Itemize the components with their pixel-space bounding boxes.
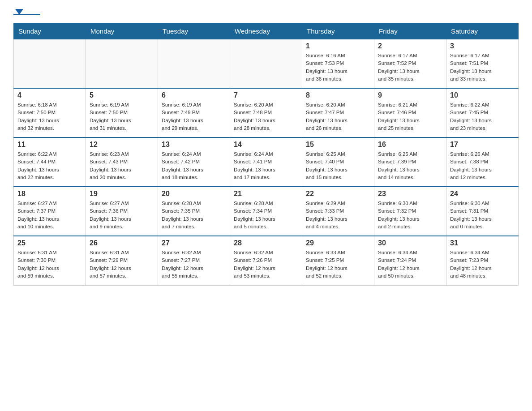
day-number: 13 [162, 141, 226, 149]
day-info: Sunrise: 6:25 AM Sunset: 7:39 PM Dayligh… [378, 150, 442, 181]
day-number: 11 [17, 141, 82, 149]
day-number: 28 [234, 239, 298, 247]
day-info: Sunrise: 6:19 AM Sunset: 7:49 PM Dayligh… [162, 101, 226, 132]
calendar-cell: 19Sunrise: 6:27 AM Sunset: 7:36 PM Dayli… [86, 187, 158, 236]
calendar-cell [14, 39, 86, 88]
day-number: 2 [378, 42, 442, 50]
day-info: Sunrise: 6:32 AM Sunset: 7:27 PM Dayligh… [162, 249, 226, 280]
day-number: 17 [450, 141, 515, 149]
day-number: 30 [378, 239, 442, 247]
day-number: 23 [378, 190, 442, 198]
day-number: 26 [90, 239, 154, 247]
day-info: Sunrise: 6:31 AM Sunset: 7:29 PM Dayligh… [90, 249, 154, 280]
calendar-cell: 10Sunrise: 6:22 AM Sunset: 7:45 PM Dayli… [446, 88, 519, 137]
weekday-header-wednesday: Wednesday [230, 24, 302, 39]
week-row-2: 4Sunrise: 6:18 AM Sunset: 7:50 PM Daylig… [14, 88, 519, 137]
calendar-cell [86, 39, 158, 88]
day-info: Sunrise: 6:20 AM Sunset: 7:48 PM Dayligh… [234, 101, 298, 132]
day-number: 21 [234, 190, 298, 198]
day-info: Sunrise: 6:22 AM Sunset: 7:44 PM Dayligh… [17, 150, 82, 181]
day-number: 24 [450, 190, 515, 198]
calendar-cell: 13Sunrise: 6:24 AM Sunset: 7:42 PM Dayli… [158, 137, 230, 187]
day-number: 8 [306, 91, 370, 99]
calendar-cell: 21Sunrise: 6:28 AM Sunset: 7:34 PM Dayli… [230, 187, 302, 236]
weekday-header-thursday: Thursday [302, 24, 374, 39]
day-info: Sunrise: 6:24 AM Sunset: 7:42 PM Dayligh… [162, 150, 226, 181]
week-row-3: 11Sunrise: 6:22 AM Sunset: 7:44 PM Dayli… [14, 137, 519, 187]
day-number: 19 [90, 190, 154, 198]
day-info: Sunrise: 6:33 AM Sunset: 7:25 PM Dayligh… [306, 249, 370, 280]
day-info: Sunrise: 6:27 AM Sunset: 7:36 PM Dayligh… [90, 200, 154, 231]
calendar-cell: 16Sunrise: 6:25 AM Sunset: 7:39 PM Dayli… [374, 137, 446, 187]
calendar-cell: 14Sunrise: 6:24 AM Sunset: 7:41 PM Dayli… [230, 137, 302, 187]
day-number: 4 [17, 91, 82, 99]
day-number: 12 [90, 141, 154, 149]
day-info: Sunrise: 6:30 AM Sunset: 7:32 PM Dayligh… [378, 200, 442, 231]
calendar-cell: 28Sunrise: 6:32 AM Sunset: 7:26 PM Dayli… [230, 236, 302, 285]
day-number: 1 [306, 42, 370, 50]
calendar-table: SundayMondayTuesdayWednesdayThursdayFrid… [13, 23, 519, 286]
calendar-cell: 23Sunrise: 6:30 AM Sunset: 7:32 PM Dayli… [374, 187, 446, 236]
calendar-cell: 12Sunrise: 6:23 AM Sunset: 7:43 PM Dayli… [86, 137, 158, 187]
calendar-cell: 20Sunrise: 6:28 AM Sunset: 7:35 PM Dayli… [158, 187, 230, 236]
day-info: Sunrise: 6:29 AM Sunset: 7:33 PM Dayligh… [306, 200, 370, 231]
day-number: 31 [450, 239, 515, 247]
day-info: Sunrise: 6:20 AM Sunset: 7:47 PM Dayligh… [306, 101, 370, 132]
day-info: Sunrise: 6:28 AM Sunset: 7:34 PM Dayligh… [234, 200, 298, 231]
calendar-cell: 30Sunrise: 6:34 AM Sunset: 7:24 PM Dayli… [374, 236, 446, 285]
day-number: 16 [378, 141, 442, 149]
day-info: Sunrise: 6:24 AM Sunset: 7:41 PM Dayligh… [234, 150, 298, 181]
day-number: 15 [306, 141, 370, 149]
weekday-header-monday: Monday [86, 24, 158, 39]
page-header [13, 9, 519, 15]
calendar-cell: 9Sunrise: 6:21 AM Sunset: 7:46 PM Daylig… [374, 88, 446, 137]
day-info: Sunrise: 6:32 AM Sunset: 7:26 PM Dayligh… [234, 249, 298, 280]
day-info: Sunrise: 6:19 AM Sunset: 7:50 PM Dayligh… [90, 101, 154, 132]
day-info: Sunrise: 6:26 AM Sunset: 7:38 PM Dayligh… [450, 150, 515, 181]
day-info: Sunrise: 6:18 AM Sunset: 7:50 PM Dayligh… [17, 101, 82, 132]
day-number: 20 [162, 190, 226, 198]
calendar-cell: 18Sunrise: 6:27 AM Sunset: 7:37 PM Dayli… [14, 187, 86, 236]
calendar-cell [158, 39, 230, 88]
day-info: Sunrise: 6:16 AM Sunset: 7:53 PM Dayligh… [306, 52, 370, 83]
day-number: 9 [378, 91, 442, 99]
calendar-cell: 8Sunrise: 6:20 AM Sunset: 7:47 PM Daylig… [302, 88, 374, 137]
day-number: 10 [450, 91, 515, 99]
day-number: 29 [306, 239, 370, 247]
calendar-cell: 22Sunrise: 6:29 AM Sunset: 7:33 PM Dayli… [302, 187, 374, 236]
calendar-cell: 4Sunrise: 6:18 AM Sunset: 7:50 PM Daylig… [14, 88, 86, 137]
day-info: Sunrise: 6:28 AM Sunset: 7:35 PM Dayligh… [162, 200, 226, 231]
day-info: Sunrise: 6:17 AM Sunset: 7:51 PM Dayligh… [450, 52, 515, 83]
day-info: Sunrise: 6:17 AM Sunset: 7:52 PM Dayligh… [378, 52, 442, 83]
day-number: 3 [450, 42, 515, 50]
logo-line [13, 14, 40, 15]
day-info: Sunrise: 6:30 AM Sunset: 7:31 PM Dayligh… [450, 200, 515, 231]
day-info: Sunrise: 6:25 AM Sunset: 7:40 PM Dayligh… [306, 150, 370, 181]
day-number: 25 [17, 239, 82, 247]
week-row-5: 25Sunrise: 6:31 AM Sunset: 7:30 PM Dayli… [14, 236, 519, 285]
calendar-cell: 24Sunrise: 6:30 AM Sunset: 7:31 PM Dayli… [446, 187, 519, 236]
calendar-cell: 5Sunrise: 6:19 AM Sunset: 7:50 PM Daylig… [86, 88, 158, 137]
calendar-cell: 11Sunrise: 6:22 AM Sunset: 7:44 PM Dayli… [14, 137, 86, 187]
weekday-header-saturday: Saturday [446, 24, 519, 39]
day-number: 14 [234, 141, 298, 149]
calendar-cell: 25Sunrise: 6:31 AM Sunset: 7:30 PM Dayli… [14, 236, 86, 285]
calendar-cell: 6Sunrise: 6:19 AM Sunset: 7:49 PM Daylig… [158, 88, 230, 137]
day-number: 7 [234, 91, 298, 99]
day-info: Sunrise: 6:21 AM Sunset: 7:46 PM Dayligh… [378, 101, 442, 132]
day-info: Sunrise: 6:31 AM Sunset: 7:30 PM Dayligh… [17, 249, 82, 280]
calendar-cell: 3Sunrise: 6:17 AM Sunset: 7:51 PM Daylig… [446, 39, 519, 88]
calendar-cell: 27Sunrise: 6:32 AM Sunset: 7:27 PM Dayli… [158, 236, 230, 285]
day-number: 27 [162, 239, 226, 247]
calendar-cell: 17Sunrise: 6:26 AM Sunset: 7:38 PM Dayli… [446, 137, 519, 187]
day-number: 6 [162, 91, 226, 99]
day-number: 5 [90, 91, 154, 99]
calendar-cell: 15Sunrise: 6:25 AM Sunset: 7:40 PM Dayli… [302, 137, 374, 187]
weekday-header-sunday: Sunday [14, 24, 86, 39]
week-row-4: 18Sunrise: 6:27 AM Sunset: 7:37 PM Dayli… [14, 187, 519, 236]
weekday-header-row: SundayMondayTuesdayWednesdayThursdayFrid… [14, 24, 519, 39]
calendar-cell: 31Sunrise: 6:34 AM Sunset: 7:23 PM Dayli… [446, 236, 519, 285]
calendar-cell: 29Sunrise: 6:33 AM Sunset: 7:25 PM Dayli… [302, 236, 374, 285]
day-info: Sunrise: 6:34 AM Sunset: 7:24 PM Dayligh… [378, 249, 442, 280]
calendar-cell: 2Sunrise: 6:17 AM Sunset: 7:52 PM Daylig… [374, 39, 446, 88]
